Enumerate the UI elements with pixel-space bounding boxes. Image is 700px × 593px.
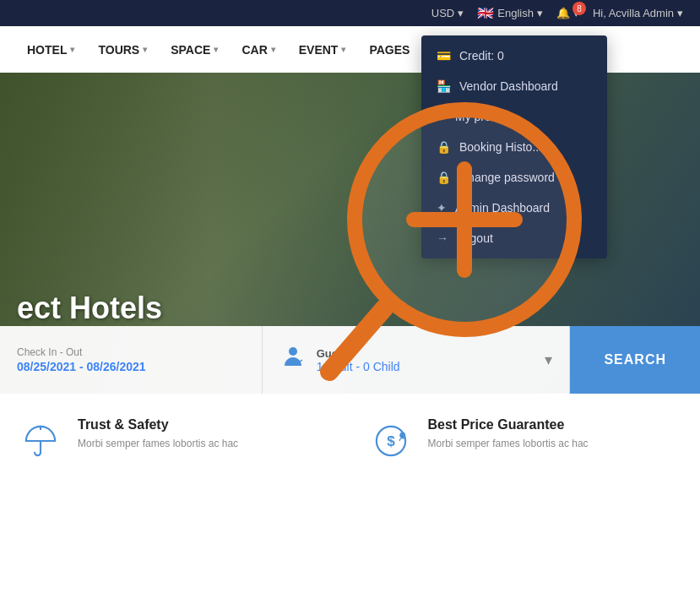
nav-item-tours[interactable]: TOURS ▾ [88,26,157,73]
booking-icon: 🔒 [437,140,451,154]
dropdown-item-logout[interactable]: → Logout [421,223,607,253]
hero-heading-text: ect Hotels [17,291,162,325]
language-chevron: ▾ [537,7,543,19]
nav-tours-chevron: ▾ [143,45,147,54]
dropdown-item-profile[interactable]: ✦ My profile [421,101,607,132]
user-chevron: ▾ [677,7,683,19]
dropdown-item-booking[interactable]: 🔒 Booking Histo... [421,132,607,162]
feature-price: $ Best Price Guarantee Morbi semper fame… [367,417,684,465]
nav-event-chevron: ▾ [341,45,345,54]
dropdown-booking-label: Booking Histo... [459,140,542,154]
svg-point-8 [399,433,405,438]
nav-item-space[interactable]: SPACE ▾ [160,26,228,73]
nav-item-event[interactable]: EVENT ▾ [289,26,356,73]
nav-space-chevron: ▾ [214,45,218,54]
dropdown-logout-label: Logout [457,231,493,245]
nav-hotel-chevron: ▾ [70,45,74,54]
svg-point-0 [289,347,297,356]
password-icon: 🔒 [437,171,451,184]
trust-icon-wrap [17,417,64,465]
nav-space-label: SPACE [171,43,210,57]
nav-car-label: CAR [241,43,267,57]
currency-selector[interactable]: USD ▾ [431,7,464,19]
profile-icon: ✦ [437,110,447,123]
trust-text: Trust & Safety Morbi semper fames lobort… [78,417,238,451]
checkin-field[interactable]: Check In - Out 08/25/2021 - 08/26/2021 [0,326,263,394]
dropdown-item-credit[interactable]: 💳 Credit: 0 [421,41,607,71]
dropdown-item-password[interactable]: 🔒 Change password [421,162,607,193]
notification-bell[interactable]: 🔔 8 ▾ [556,7,579,19]
user-greeting: Hi, Acvilla Admin [593,7,674,19]
price-description: Morbi semper fames lobortis ac hac [428,436,589,451]
dropdown-vendor-label: Vendor Dashboard [459,79,558,93]
search-bar: Check In - Out 08/25/2021 - 08/26/2021 G… [0,326,700,394]
dropdown-admin-label: Admin Dashboard [455,201,550,215]
top-bar: USD ▾ 🇬🇧 English ▾ 🔔 8 ▾ Hi, Acvilla Adm… [0,0,700,26]
guests-label: Guests [317,347,535,360]
dropdown-profile-label: My profile [455,110,507,123]
price-text: Best Price Guarantee Morbi semper fames … [428,417,589,451]
language-label: English [497,7,534,19]
nav-hotel-label: HOTEL [27,43,67,57]
currency-label: USD [431,7,454,19]
checkin-value: 08/25/2021 - 08/26/2021 [17,360,245,373]
features-section: Trust & Safety Morbi semper fames lobort… [0,394,700,488]
trust-title: Trust & Safety [78,417,238,433]
price-icon-wrap: $ [367,417,415,465]
nav-item-car[interactable]: CAR ▾ [231,26,285,73]
admin-icon: ✦ [437,201,447,215]
guests-field[interactable]: Guests 1 Adult - 0 Child ▾ [263,326,571,394]
checkin-label: Check In - Out [17,346,245,358]
nav-event-label: EVENT [299,43,339,57]
hero-heading: ect Hotels [17,291,162,326]
nav-tours-label: TOURS [98,43,139,57]
credit-icon: 💳 [437,49,451,63]
currency-chevron: ▾ [458,7,464,19]
svg-text:$: $ [387,433,395,449]
guests-chevron: ▾ [545,351,552,369]
nav-pages-label: PAGES [369,43,410,57]
umbrella-icon [20,421,61,461]
dropdown-credit-label: Credit: 0 [459,49,504,63]
guests-icon [279,344,307,377]
language-selector[interactable]: 🇬🇧 English ▾ [477,5,543,21]
user-menu[interactable]: Hi, Acvilla Admin ▾ [593,7,683,19]
dropdown-password-label: Change password [459,171,555,184]
price-icon: $ [371,421,411,461]
dropdown-item-vendor[interactable]: 🏪 Vendor Dashboard [421,71,607,101]
trust-description: Morbi semper fames lobortis ac hac [78,436,238,451]
nav-car-chevron: ▾ [271,45,275,54]
user-dropdown-menu: 💳 Credit: 0 🏪 Vendor Dashboard ✦ My prof… [421,35,607,258]
flag-icon: 🇬🇧 [477,5,494,21]
nav-item-pages[interactable]: PAGES [359,26,420,73]
guests-value: 1 Adult - 0 Child [317,360,535,373]
dropdown-item-admin[interactable]: ✦ Admin Dashboard [421,193,607,223]
vendor-icon: 🏪 [437,79,451,93]
nav-item-hotel[interactable]: HOTEL ▾ [17,26,84,73]
price-title: Best Price Guarantee [428,417,589,433]
guests-info: Guests 1 Adult - 0 Child [317,347,535,373]
search-button[interactable]: SEARCH [570,326,700,394]
feature-trust: Trust & Safety Morbi semper fames lobort… [17,417,334,465]
notification-badge: 8 [572,2,586,15]
logout-icon: → [437,231,448,245]
bell-icon: 🔔 [556,7,570,19]
